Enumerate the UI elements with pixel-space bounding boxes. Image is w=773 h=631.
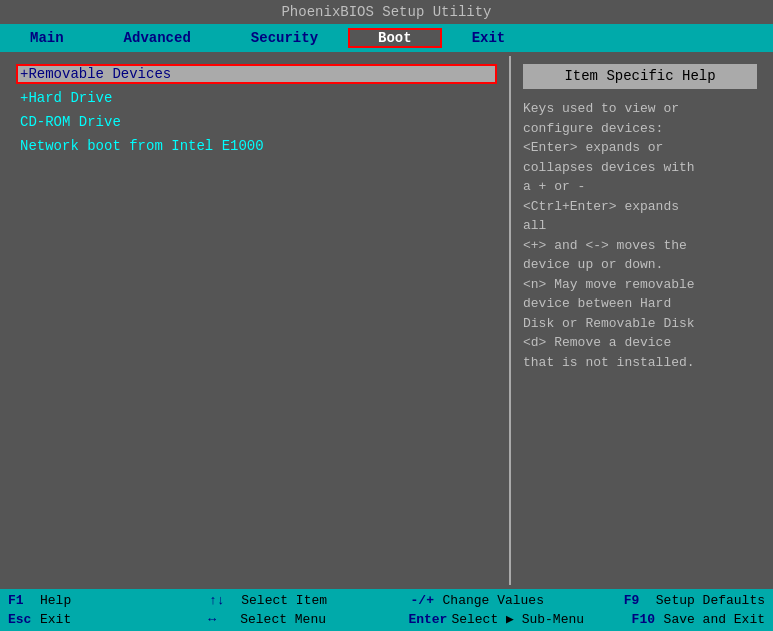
boot-item-cdrom[interactable]: CD-ROM Drive (16, 112, 497, 132)
footer-key-leftright: ↔ (208, 612, 236, 627)
bios-title: PhoenixBIOS Setup Utility (281, 4, 491, 20)
footer-desc-f10: Save and Exit (664, 612, 765, 627)
help-body: Keys used to view or configure devices: … (523, 99, 757, 372)
menu-item-exit[interactable]: Exit (442, 28, 536, 48)
footer-desc-f9: Setup Defaults (656, 593, 765, 608)
footer-desc-help: Help (40, 593, 189, 608)
footer-desc-select-menu: Select Menu (240, 612, 388, 627)
footer-desc-change: Change Values (443, 593, 592, 608)
main-content: +Removable Devices +Hard Drive CD-ROM Dr… (0, 52, 773, 589)
footer: F1 Help ↑↓ Select Item -/+ Change Values… (0, 589, 773, 631)
menu-item-boot[interactable]: Boot (348, 28, 442, 48)
footer-desc-enter: Select ▶ Sub-Menu (451, 611, 599, 627)
menu-item-main[interactable]: Main (0, 28, 94, 48)
footer-row-2: Esc Exit ↔ Select Menu Enter Select ▶ Su… (8, 610, 765, 628)
footer-key-change: -/+ (411, 593, 439, 608)
footer-desc-select-item: Select Item (241, 593, 390, 608)
help-title: Item Specific Help (523, 64, 757, 89)
left-panel: +Removable Devices +Hard Drive CD-ROM Dr… (4, 56, 509, 585)
title-bar: PhoenixBIOS Setup Utility (0, 0, 773, 24)
boot-item-harddrive[interactable]: +Hard Drive (16, 88, 497, 108)
footer-key-f1: F1 (8, 593, 36, 608)
boot-item-removable[interactable]: +Removable Devices (16, 64, 497, 84)
right-panel: Item Specific Help Keys used to view or … (509, 56, 769, 585)
footer-desc-exit: Exit (40, 612, 188, 627)
footer-key-f9: F9 (624, 593, 652, 608)
footer-row-1: F1 Help ↑↓ Select Item -/+ Change Values… (8, 592, 765, 609)
menu-item-security[interactable]: Security (221, 28, 348, 48)
footer-key-updown: ↑↓ (209, 593, 237, 608)
boot-item-network[interactable]: Network boot from Intel E1000 (16, 136, 497, 156)
footer-key-f10: F10 (632, 612, 660, 627)
footer-key-enter: Enter (408, 612, 447, 627)
menu-item-advanced[interactable]: Advanced (94, 28, 221, 48)
footer-key-esc: Esc (8, 612, 36, 627)
menu-bar: Main Advanced Security Boot Exit (0, 24, 773, 52)
